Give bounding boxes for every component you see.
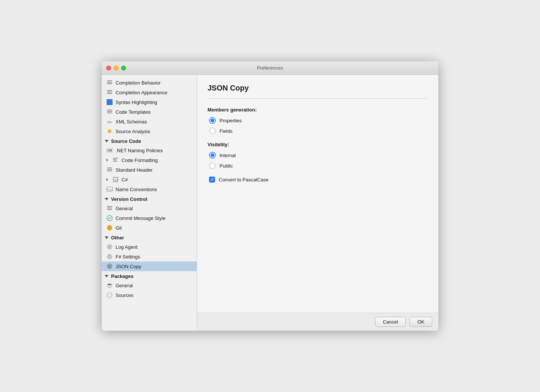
list-icon3	[106, 108, 113, 115]
radio-internal[interactable]: Internal	[209, 152, 428, 159]
sidebar-item-vc-general[interactable]: General	[102, 203, 197, 213]
svg-point-36	[107, 256, 108, 257]
visibility-group: Internal Public	[208, 152, 428, 169]
sidebar-group-other[interactable]: Other	[102, 233, 197, 242]
radio-properties-circle[interactable]	[209, 117, 216, 124]
sidebar-item-fsharp-settings[interactable]: F# Settings	[102, 252, 197, 261]
close-button[interactable]	[106, 65, 111, 70]
svg-marker-51	[107, 293, 112, 298]
expand-arrow-csharp	[106, 178, 108, 181]
xml-icon: </>	[106, 118, 113, 125]
radio-properties-label: Properties	[220, 118, 242, 123]
sidebar-item-commit-message-style[interactable]: Commit Message Style	[102, 213, 197, 223]
sidebar-group-packages[interactable]: Packages	[102, 271, 197, 281]
svg-point-42	[108, 265, 111, 267]
sidebar-item-git[interactable]: Git	[102, 223, 197, 233]
svg-point-38	[108, 255, 108, 255]
sidebar-item-code-formatting[interactable]: Code Formatting	[102, 155, 197, 165]
ok-button[interactable]: OK	[409, 317, 432, 327]
sidebar-item-log-agent[interactable]: Log Agent	[102, 242, 197, 252]
sidebar-item-syntax-highlighting[interactable]: Syntax Highlighting	[102, 97, 197, 107]
window-controls	[106, 65, 126, 70]
sidebar-item-csharp[interactable]: C# C#	[102, 175, 197, 184]
radio-fields[interactable]: Fields	[209, 128, 428, 134]
sidebar-item-code-templates[interactable]: Code Templates	[102, 107, 197, 117]
ab-icon: AB	[106, 147, 113, 154]
sidebar-label-log-agent: Log Agent	[116, 244, 138, 250]
sidebar-label-csharp: C#	[122, 177, 128, 183]
blue-square-icon	[106, 99, 113, 105]
expand-arrow-packages	[105, 275, 108, 278]
sidebar-label-net-naming: .NET Naming Policies	[116, 148, 163, 153]
cancel-button[interactable]: Cancel	[375, 317, 406, 327]
sidebar-group-version-control[interactable]: Version Control	[102, 194, 197, 203]
sidebar-label-code-formatting: Code Formatting	[122, 157, 158, 163]
page-title: JSON Copy	[208, 84, 428, 92]
sidebar-item-net-naming[interactable]: AB .NET Naming Policies	[102, 146, 197, 155]
sidebar-label-commit-message-style: Commit Message Style	[116, 215, 166, 221]
sidebar-label-code-templates: Code Templates	[116, 109, 151, 115]
sidebar-item-completion-appearance[interactable]: Completion Appearance	[102, 88, 197, 97]
svg-point-35	[109, 258, 110, 259]
svg-point-24	[108, 246, 111, 248]
radio-public-circle[interactable]	[209, 162, 216, 169]
svg-point-37	[111, 256, 112, 257]
svg-point-33	[108, 255, 111, 258]
sidebar-group-source-code[interactable]: Source Code	[102, 136, 197, 146]
titlebar: Preferences	[102, 61, 438, 75]
svg-rect-8	[107, 113, 112, 113]
format-icon	[112, 157, 119, 163]
svg-point-45	[107, 266, 108, 267]
svg-rect-2	[107, 83, 112, 84]
svg-rect-13	[107, 168, 112, 168]
window-title: Preferences	[257, 65, 283, 71]
svg-rect-7	[107, 111, 112, 112]
svg-rect-21	[107, 208, 112, 208]
svg-rect-14	[107, 169, 112, 170]
sidebar-item-pkg-sources[interactable]: Sources	[102, 290, 197, 300]
sidebar-item-pkg-general[interactable]: General	[102, 281, 197, 290]
svg-point-40	[111, 255, 111, 255]
checkbox-pascal-case-box[interactable]: ✓	[209, 177, 215, 183]
sidebar-label-completion-appearance: Completion Appearance	[116, 90, 168, 95]
maximize-button[interactable]	[121, 65, 126, 70]
svg-text:C#: C#	[114, 178, 118, 182]
radio-public[interactable]: Public	[209, 162, 428, 169]
visibility-label: Visibility:	[208, 142, 428, 147]
svg-rect-22	[107, 209, 112, 210]
main-content: JSON Copy Members generation: Properties…	[197, 75, 438, 313]
sidebar-item-completion-behavior[interactable]: Completion Behavior	[102, 78, 197, 88]
svg-rect-20	[107, 206, 112, 207]
svg-point-31	[111, 245, 111, 246]
svg-rect-12	[113, 161, 117, 162]
sidebar-item-standard-header[interactable]: Standard Header	[102, 165, 197, 175]
svg-point-47	[108, 264, 108, 265]
members-generation-label: Members generation:	[208, 107, 428, 113]
members-generation-group: Properties Fields	[208, 117, 428, 134]
minimize-button[interactable]	[114, 65, 119, 70]
main-panel: JSON Copy Members generation: Properties…	[197, 75, 438, 331]
checkbox-pascal-case[interactable]: ✓ Convert to PascalCase	[208, 177, 428, 183]
svg-point-30	[111, 248, 111, 249]
radio-properties[interactable]: Properties	[209, 117, 428, 124]
radio-fields-circle[interactable]	[209, 128, 216, 134]
radio-internal-label: Internal	[220, 153, 236, 158]
footer: Cancel OK	[197, 313, 438, 331]
expand-arrow-source-code	[105, 140, 108, 143]
dot-icon	[106, 128, 113, 135]
list-icon2	[106, 89, 113, 96]
vc-general-icon	[106, 205, 113, 212]
gear-icon-log	[106, 244, 113, 250]
radio-internal-circle[interactable]	[209, 152, 216, 159]
svg-point-50	[108, 267, 108, 268]
sidebar-item-json-copy[interactable]: JSON Copy	[102, 261, 197, 271]
sidebar-group-label-source-code: Source Code	[111, 138, 141, 144]
sidebar-item-name-conventions[interactable]: IFoo Name Conventions	[102, 184, 197, 194]
expand-arrow-other	[105, 236, 108, 239]
sidebar-item-xml-schemas[interactable]: </> XML Schemas	[102, 117, 197, 126]
sidebar-item-source-analysis[interactable]: Source Analysis	[102, 126, 197, 136]
svg-point-49	[111, 264, 111, 265]
sidebar-group-label-other: Other	[111, 235, 124, 241]
svg-rect-1	[107, 82, 112, 83]
svg-rect-6	[107, 110, 112, 110]
